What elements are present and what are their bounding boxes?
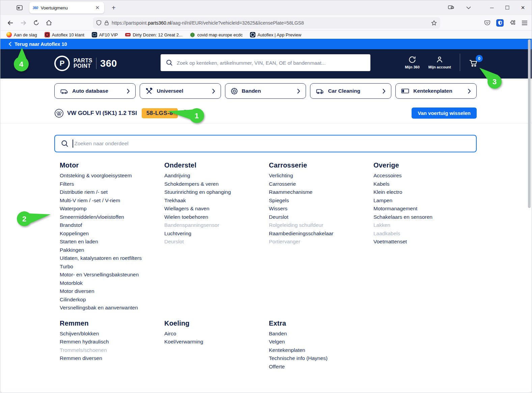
category-item[interactable]: Aandrijving [164,172,269,180]
category-item[interactable]: Motor- en Versnellingsbaksteunen [60,271,164,279]
category-item[interactable]: Filters [60,180,164,188]
global-search[interactable] [161,54,370,71]
category-item[interactable]: Luchtvering [164,230,269,238]
category-item[interactable]: Motor diversen [60,287,164,296]
dirty-dozen-icon [125,33,131,36]
category-item[interactable]: Starten en laden [60,238,164,246]
bookmark-item[interactable]: Aan de slag [6,32,37,37]
nav-button-car-cleaning[interactable]: Car Cleaning [310,83,391,99]
switch-vehicle-button[interactable]: Van voertuig wisselen [412,108,477,119]
category-item[interactable]: Wissers [269,205,373,213]
list-all-tabs-icon[interactable] [464,3,473,12]
category-item[interactable]: Banden [269,330,373,338]
category-item[interactable]: Offerte [269,363,373,371]
lock-icon[interactable] [104,20,109,26]
part-search-input[interactable] [75,141,470,147]
url-bar[interactable]: https://partspoint.parts360.nl/aag-nl/nl… [93,17,440,29]
category-item[interactable]: Verlichting [269,172,373,180]
new-tab-button[interactable]: + [109,4,118,12]
scrollbar-thumb[interactable] [528,39,531,208]
af10-vip-icon [92,32,97,37]
category-item[interactable]: Remmen hydraulisch [60,338,164,346]
navigation-toolbar: https://partspoint.parts360.nl/aag-nl/nl… [0,15,532,31]
category-item[interactable]: Raambedieningsschakelaar [269,230,373,238]
bookmark-item[interactable]: Dirty Dozen: 12 Great 2... [125,32,182,37]
category-item[interactable]: Turbo [60,263,164,271]
category-item[interactable]: Wiellagers & naven [164,205,269,213]
category-item[interactable]: Schakelaars en sensoren [373,213,478,221]
nav-button-banden[interactable]: Banden [225,83,306,99]
category-item[interactable]: Raammechanisme [269,188,373,196]
part-search[interactable] [54,135,477,152]
category-remmen: Remmen Schijven/blokken Remmen hydraulis… [60,320,164,371]
category-item[interactable]: Brandstof [60,221,164,230]
category-item[interactable]: Voetmattenset [373,238,478,246]
category-item[interactable]: Multi-V riem / -set / V-riem [60,196,164,205]
category-item[interactable]: Velgen [269,338,373,346]
category-item[interactable]: Klein electro [373,188,478,196]
bookmark-item[interactable]: AF10 VIP [92,32,118,37]
category-item[interactable]: Accessoires [373,172,478,180]
pocket-icon[interactable] [484,20,491,26]
home-icon[interactable] [44,18,54,28]
bookmark-item[interactable]: Autoflex 10 klant [45,32,84,37]
category-item[interactable]: Technische info (Haynes) [269,354,373,363]
bitwarden-icon[interactable] [496,19,504,27]
minimize-icon[interactable]: ─ [489,5,495,11]
chevron-right-icon [383,89,386,94]
mijn-360-button[interactable]: Mijn 360 [405,56,419,69]
category-item[interactable]: Stuurinrichting en ophanging [164,188,269,196]
category-item[interactable]: Schokdempers & veren [164,180,269,188]
category-item[interactable]: Carrosserie [269,180,373,188]
shield-icon[interactable] [96,20,102,26]
firefox-view-icon[interactable] [15,3,25,13]
category-item[interactable]: Motorblok [60,279,164,288]
category-item[interactable]: Trekhaak [164,196,269,205]
reload-icon[interactable] [31,18,41,28]
maximize-icon[interactable]: ☐ [505,5,510,11]
close-icon[interactable]: ✕ [520,5,526,11]
category-item[interactable]: Ontsteking & voorgloeisysteem [60,172,164,180]
cart-button[interactable]: 0 [469,57,478,67]
mijn-account-button[interactable]: Mijn account [428,56,451,69]
tab-title: Voertuigmenu [41,5,91,10]
nav-button-auto-database[interactable]: Auto database [54,83,136,99]
site-header: P PARTSPOINT 360 Mijn 360 Mijn account 0 [0,49,532,79]
global-search-input[interactable] [177,60,365,66]
tab-overview-icon[interactable] [447,3,455,12]
category-item[interactable]: Koel/verwarming [164,338,269,346]
back-banner[interactable]: Terug naar Autoflex 10 [0,39,532,49]
category-item[interactable]: Motormanagement [373,205,478,213]
category-item[interactable]: Kabels [373,180,478,188]
partspoint-logo[interactable]: P PARTSPOINT 360 [54,56,117,71]
back-icon[interactable] [5,18,16,28]
category-item[interactable]: Koppelingen [60,230,164,238]
category-item[interactable]: Schijven/blokken [60,330,164,338]
browser-tab[interactable]: 360 Voertuigmenu ✕ [29,2,104,13]
category-item[interactable]: Kentekenplaten [269,346,373,355]
nav-button-universeel[interactable]: Universeel [140,83,221,99]
category-item[interactable]: Uitlaten, katalysatoren en roetfilters [60,254,164,263]
menu-hamburger-icon[interactable] [522,21,528,25]
category-item[interactable]: Pakkingen [60,246,164,254]
forward-icon[interactable] [18,18,29,28]
category-item[interactable]: Wielen toebehoren [164,213,269,221]
category-item[interactable]: Lampen [373,196,478,205]
category-item[interactable]: Smeermiddelen/vloeistoffen [60,213,164,221]
category-item[interactable]: Distributie riem /- set [60,188,164,196]
category-item-disabled: Rolgeleiding schuifdeur [269,221,373,230]
page-scrollbar[interactable] [527,39,531,392]
bookmark-star-icon[interactable] [431,20,437,26]
category-item[interactable]: Deurslot [269,213,373,221]
category-item[interactable]: Airco [164,330,269,338]
category-item[interactable]: Remmen diversen [60,354,164,363]
category-item[interactable]: Waterpomp [60,205,164,213]
bookmark-item[interactable]: covid map europe ecdc [190,32,243,37]
category-item[interactable]: Spiegels [269,196,373,205]
tab-close-icon[interactable]: ✕ [94,4,101,11]
bookmark-item[interactable]: Autoflex | App Preview [250,32,301,37]
category-item[interactable]: Cilinderkop [60,296,164,304]
category-item[interactable]: Versnellingsbak en aanverwanten [60,304,164,312]
extensions-puzzle-icon[interactable] [509,20,516,26]
nav-button-kentekenplaten[interactable]: Kentekenplaten [395,83,477,99]
